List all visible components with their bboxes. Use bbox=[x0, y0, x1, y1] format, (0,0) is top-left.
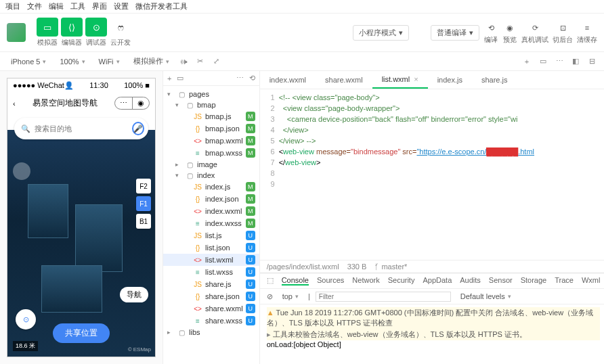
nav-button[interactable]: 导航 bbox=[120, 287, 148, 302]
compass-icon[interactable] bbox=[13, 162, 30, 180]
menu-settings[interactable]: 设置 bbox=[114, 1, 129, 12]
clear-cache-button[interactable]: ≡ bbox=[580, 20, 595, 35]
back-icon[interactable]: ‹ bbox=[13, 99, 16, 108]
tree-item-share.js[interactable]: JSshare.jsU bbox=[163, 278, 259, 290]
devtools-tab-trace[interactable]: Trace bbox=[555, 276, 574, 286]
tree-item-index.wxss[interactable]: ≡index.wxssM bbox=[163, 217, 259, 229]
tree-refresh-icon[interactable]: ⟲ bbox=[249, 74, 255, 83]
filter-input[interactable] bbox=[316, 292, 451, 302]
share-location-button[interactable]: 共享位置 bbox=[53, 323, 110, 343]
devtools-tab-storage[interactable]: Storage bbox=[521, 276, 547, 286]
menu-tools[interactable]: 工具 bbox=[70, 1, 85, 12]
close-icon[interactable]: × bbox=[414, 75, 418, 83]
compile-button[interactable]: ⟲ bbox=[483, 20, 498, 35]
capsule-menu-icon[interactable]: ⋯ bbox=[115, 97, 133, 109]
level-select[interactable]: Default levels bbox=[456, 291, 515, 302]
tree-item-bmap[interactable]: ▾▢bmap bbox=[163, 99, 259, 110]
add-icon[interactable]: + bbox=[521, 58, 532, 66]
tree-item-bmap.wxml[interactable]: <>bmap.wxmlM bbox=[163, 135, 259, 147]
tree-item-libs[interactable]: ▸▢libs bbox=[163, 327, 259, 338]
tree-item-share.json[interactable]: {}share.jsonU bbox=[163, 290, 259, 302]
compile-select[interactable]: 普通编译▾ bbox=[431, 25, 479, 41]
tab-index.js[interactable]: index.js bbox=[428, 71, 472, 89]
simulator-button[interactable]: ▭ bbox=[37, 18, 58, 37]
floor-f2-button[interactable]: F2 bbox=[136, 179, 151, 194]
network-select[interactable]: WiFi bbox=[95, 56, 124, 67]
floor-b1-button[interactable]: B1 bbox=[136, 214, 151, 229]
close-panel-icon[interactable]: ⊟ bbox=[586, 57, 597, 66]
menu-edit[interactable]: 编辑 bbox=[49, 1, 64, 12]
collapse-icon[interactable]: ▭ bbox=[538, 57, 548, 66]
tree-item-index[interactable]: ▾▢index bbox=[163, 170, 259, 181]
tree-collapse-icon[interactable]: ▭ bbox=[177, 74, 184, 83]
editor-statusbar: /pages/index/list.wxml 330 B ᚶ master* bbox=[260, 260, 604, 273]
sound-icon[interactable]: 🕪 bbox=[179, 58, 190, 66]
page-title: 易景空间地图导航 bbox=[33, 97, 98, 109]
devtools-tab-console[interactable]: Console bbox=[282, 276, 309, 286]
devtools-tab-security[interactable]: Security bbox=[388, 276, 415, 286]
console-log[interactable]: Tue Jun 18 2019 11:27:06 GMT+0800 (中国标准时… bbox=[260, 304, 604, 364]
log-line: Tue Jun 18 2019 11:27:06 GMT+0800 (中国标准时… bbox=[267, 307, 601, 329]
tab-share.js[interactable]: share.js bbox=[472, 71, 517, 89]
cut-icon[interactable]: ✂ bbox=[195, 57, 206, 66]
devtools-inspect-icon[interactable]: ⬚ bbox=[267, 276, 274, 286]
map-scene[interactable]: F2 F1 B1 导航 ⊙ 共享位置 18.6 米 © ESMap bbox=[7, 130, 155, 357]
devtools-tab-network[interactable]: Network bbox=[352, 276, 379, 286]
tab-list.wxml[interactable]: list.wxml× bbox=[372, 71, 428, 89]
devtools-tab-wxml[interactable]: Wxml bbox=[582, 276, 601, 286]
zoom-select[interactable]: 100% bbox=[56, 56, 89, 67]
mode-select[interactable]: 小程序模式▾ bbox=[353, 25, 409, 41]
devtools-tab-appdata[interactable]: AppData bbox=[423, 276, 452, 286]
cloud-button[interactable]: ෆ bbox=[110, 18, 131, 37]
background-button[interactable]: ⊡ bbox=[555, 20, 570, 35]
log-line[interactable]: 工具未校验合法域名、web-view（业务域名）、TLS 版本以及 HTTPS … bbox=[267, 329, 601, 340]
rotate-icon[interactable]: ⤢ bbox=[211, 57, 222, 66]
tree-item-list.wxss[interactable]: ≡list.wxssU bbox=[163, 266, 259, 278]
devtools-tab-audits[interactable]: Audits bbox=[460, 276, 481, 286]
sub-toolbar: iPhone 5 100% WiFi 模拟操作 🕪 ✂ ⤢ + ▭ ⋯ ◧ ⊟ bbox=[0, 52, 604, 71]
debugger-button[interactable]: ⊙ bbox=[85, 18, 107, 37]
context-select[interactable]: top bbox=[278, 291, 303, 302]
menu-file[interactable]: 文件 bbox=[27, 1, 42, 12]
menu-project[interactable]: 项目 bbox=[5, 1, 20, 12]
editor-button[interactable]: ⟨⟩ bbox=[61, 18, 83, 37]
tab-share.wxml[interactable]: share.wxml bbox=[316, 71, 372, 89]
tree-item-list.json[interactable]: {}list.jsonU bbox=[163, 242, 259, 254]
tree-item-share.wxml[interactable]: <>share.wxmlU bbox=[163, 302, 259, 315]
tree-add-icon[interactable]: + bbox=[167, 74, 171, 83]
menu-interface[interactable]: 界面 bbox=[92, 1, 107, 12]
tree-item-list.js[interactable]: JSlist.jsU bbox=[163, 229, 259, 242]
action-select[interactable]: 模拟操作 bbox=[129, 55, 173, 68]
tree-item-pages[interactable]: ▾▢pages bbox=[163, 89, 259, 99]
remote-debug-button[interactable]: ⟳ bbox=[527, 20, 542, 35]
search-input[interactable] bbox=[35, 124, 128, 133]
git-branch[interactable]: ᚶ master* bbox=[374, 263, 407, 271]
capsule-close-icon[interactable]: ◉ bbox=[133, 97, 149, 109]
file-size: 330 B bbox=[347, 263, 367, 271]
locate-button[interactable]: ⊙ bbox=[16, 309, 36, 329]
floor-f1-button[interactable]: F1 bbox=[136, 196, 151, 211]
devtools-tab-sensor[interactable]: Sensor bbox=[489, 276, 513, 286]
device-select[interactable]: iPhone 5 bbox=[7, 56, 50, 67]
menu-devtool[interactable]: 微信开发者工具 bbox=[135, 1, 188, 12]
block-icon[interactable]: ⊘ bbox=[267, 292, 273, 301]
code-editor[interactable]: 123456789 <!-- <view class="page-body"> … bbox=[260, 89, 604, 260]
tree-more-icon[interactable]: ⋯ bbox=[236, 74, 244, 83]
tree-item-share.wxss[interactable]: ≡share.wxssU bbox=[163, 315, 259, 327]
avatar[interactable] bbox=[7, 23, 26, 42]
devtools-tab-sources[interactable]: Sources bbox=[317, 276, 344, 286]
preview-button[interactable]: ◉ bbox=[502, 20, 517, 35]
tree-item-bmap.wxss[interactable]: ≡bmap.wxssM bbox=[163, 147, 259, 159]
mic-button[interactable]: 🎤 bbox=[132, 122, 144, 135]
more-icon[interactable]: ⋯ bbox=[554, 57, 565, 66]
tree-item-image[interactable]: ▸▢image bbox=[163, 159, 259, 170]
tree-item-list.wxml[interactable]: <>list.wxmlU bbox=[163, 254, 259, 266]
tree-item-bmap.json[interactable]: {}bmap.jsonM bbox=[163, 122, 259, 135]
tree-item-index.js[interactable]: JSindex.jsM bbox=[163, 181, 259, 193]
tree-item-index.json[interactable]: {}index.jsonM bbox=[163, 193, 259, 205]
tree-item-bmap.js[interactable]: JSbmap.jsM bbox=[163, 110, 259, 122]
tree-item-index.wxml[interactable]: <>index.wxmlM bbox=[163, 205, 259, 217]
split-icon[interactable]: ◧ bbox=[570, 57, 581, 66]
tab-index.wxml[interactable]: index.wxml bbox=[260, 71, 316, 89]
log-line: onLoad:[object Object] bbox=[267, 340, 601, 348]
